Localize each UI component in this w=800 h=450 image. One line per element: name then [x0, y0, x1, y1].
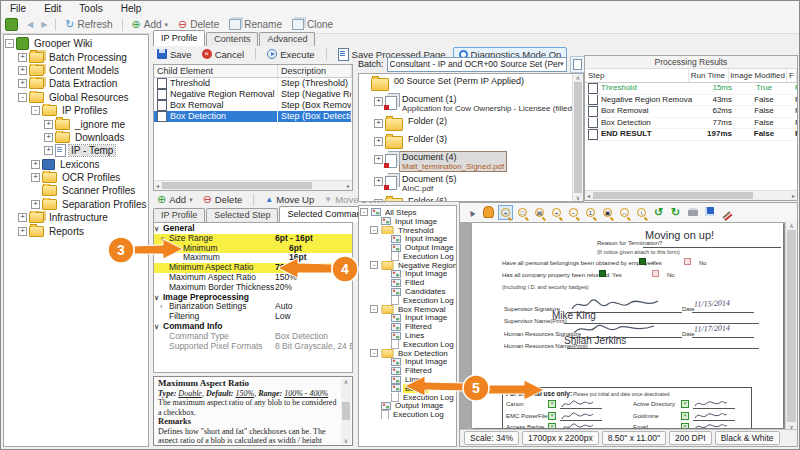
tree-item[interactable]: + _ignore me	[4, 117, 148, 130]
diagnostic-node[interactable]: - Threshold	[359, 226, 456, 235]
tree-item[interactable]: - IP Profiles	[4, 104, 148, 117]
diagnostic-node[interactable]: Input Image	[359, 314, 456, 323]
batch-dropdown[interactable]: Consultant - IP and OCR+00 Source Set (P…	[387, 57, 567, 72]
rename-button[interactable]: Rename	[224, 19, 287, 30]
diagnostic-node[interactable]: Execution Log	[359, 252, 456, 261]
refresh-button[interactable]: ↻Refresh	[60, 18, 117, 31]
clone-button[interactable]: Clone	[287, 19, 338, 30]
expander-icon[interactable]: ∨	[154, 322, 163, 332]
property-value[interactable]: 6pt - 16pt	[275, 234, 352, 244]
property-value[interactable]: 6pt	[289, 244, 352, 254]
property-row[interactable]: Supported Pixel Formats 8 Bit Grayscale,…	[154, 342, 352, 352]
diagnostic-node[interactable]: - Box Removal	[359, 305, 456, 314]
expander-icon[interactable]: ∨	[154, 224, 163, 234]
menu-item[interactable]: Edit	[35, 2, 70, 15]
column-header[interactable]: Description	[278, 65, 352, 77]
diagnostic-node[interactable]: Filled	[359, 278, 456, 287]
tab[interactable]: Selected Step	[206, 208, 278, 222]
navigation-icon[interactable]	[5, 18, 18, 31]
tree-item[interactable]: + Lexicons	[4, 158, 148, 171]
property-value[interactable]: 150%	[275, 273, 352, 283]
tree-item[interactable]: + IP - Temp	[4, 144, 148, 157]
diagnostic-node[interactable]: Lines	[359, 375, 456, 384]
zoom-fit-width-icon[interactable]: ↔	[617, 205, 632, 220]
property-row[interactable]: ∨ Size Range 6pt - 16pt	[154, 234, 352, 244]
forward-icon[interactable]: ▶	[37, 20, 51, 29]
column-header[interactable]: Step	[585, 69, 689, 82]
diagnostic-node[interactable]: - Box Detection	[359, 349, 456, 358]
vertical-scrollbar[interactable]: ∧∨	[572, 74, 583, 201]
help-meta-link[interactable]: 150%	[235, 389, 254, 398]
expander-icon[interactable]: -	[370, 305, 378, 313]
expander-icon[interactable]: -	[370, 349, 378, 357]
property-row[interactable]: Maximum Aspect Ratio 150%	[154, 273, 352, 283]
zoom-out-icon[interactable]: −	[566, 205, 581, 220]
expander-icon[interactable]: +	[44, 120, 53, 129]
batch-tree-item[interactable]: + Document (1) Application for Cow Owner…	[359, 94, 572, 113]
tree-item[interactable]: + Batch Processing	[4, 50, 148, 63]
expander-icon[interactable]: +	[374, 97, 383, 106]
batch-tree-item[interactable]: + Folder (3)	[359, 134, 572, 149]
rotate-left-icon[interactable]: ↺	[651, 205, 666, 220]
diagnostic-node[interactable]: Output Image	[359, 243, 456, 252]
expander-icon[interactable]: -	[370, 226, 378, 234]
property-row[interactable]: Command Type Box Detection	[154, 332, 352, 342]
column-header[interactable]: Image Modified	[729, 69, 787, 82]
magnifier-page-icon[interactable]: ▤	[532, 205, 547, 220]
expander-icon[interactable]: -	[360, 208, 368, 216]
property-row[interactable]: Minimum Aspect Ratio 70%	[154, 263, 352, 273]
result-row[interactable]: Box Removal 62ms False F	[585, 106, 797, 118]
property-row[interactable]: › Binarization Settings Auto	[154, 302, 352, 312]
expander-icon[interactable]: +	[374, 137, 383, 146]
property-value[interactable]: 70%	[275, 263, 352, 273]
property-row[interactable]: Maximum 16pt	[154, 253, 352, 263]
settings-icon[interactable]	[719, 205, 734, 220]
diagnostic-node[interactable]: Input Image	[359, 217, 456, 226]
print-icon[interactable]	[685, 205, 700, 220]
property-row[interactable]: ∨ General	[154, 224, 352, 234]
batch-tree-item[interactable]: + Document (5) AInC.pdf	[359, 174, 572, 193]
Negative Region Removal[interactable]: Negative Region Removal Step (Negative R…	[154, 89, 352, 100]
help-meta-link[interactable]: 100% - 400%	[284, 389, 328, 398]
diagnostic-node[interactable]: Execution Log	[359, 296, 456, 305]
tree-item[interactable]: + OCR Profiles	[4, 171, 148, 184]
tab[interactable]: Advanced	[259, 32, 315, 46]
execute-button[interactable]: Execute	[264, 49, 317, 60]
help-meta-link[interactable]: Double	[178, 389, 202, 398]
expander-icon[interactable]: +	[374, 177, 383, 186]
zoom-select-tool-icon[interactable]: +	[498, 205, 513, 220]
expander-icon[interactable]: ∨	[160, 234, 169, 244]
move-up-button[interactable]: ▲Move Up	[262, 194, 317, 205]
expander-icon[interactable]: +	[18, 213, 27, 222]
tree-item[interactable]: Scanner Profiles	[4, 184, 148, 197]
expander-icon[interactable]: +	[18, 227, 27, 236]
Box Detection[interactable]: Box Detection Step (Box Detection)	[154, 111, 352, 122]
tree-item[interactable]: + Reports	[4, 224, 148, 237]
viewer-canvas[interactable]: Reason for Termination? Moving on up! (I…	[460, 222, 797, 430]
expander-icon[interactable]: +	[31, 173, 40, 182]
vertical-scrollbar[interactable]: ∧∨	[341, 378, 351, 444]
diagnostic-node[interactable]: Input Image	[359, 358, 456, 367]
property-row[interactable]: Filtering Low	[154, 312, 352, 322]
diagnostic-node[interactable]: Output Image	[359, 402, 456, 411]
expander-icon[interactable]: ∨	[154, 293, 163, 303]
diagnostic-node[interactable]: Input Image	[359, 234, 456, 243]
diagnostic-node[interactable]: Filtered	[359, 366, 456, 375]
pan-tool-icon[interactable]	[481, 205, 496, 220]
Box Removal[interactable]: Box Removal Step (Box Removal)	[154, 100, 352, 111]
tree-item[interactable]: + Data Extraction	[4, 77, 148, 90]
zoom-in-icon[interactable]: +	[549, 205, 564, 220]
save-button[interactable]: Save	[154, 49, 195, 60]
delete-step-button[interactable]: ⊖Delete	[200, 193, 246, 206]
expander-icon[interactable]: ›	[160, 302, 169, 312]
diagnostic-node[interactable]: Execution Log	[359, 410, 456, 419]
zoom-actual-icon[interactable]: 1	[583, 205, 598, 220]
tab[interactable]: Contents	[206, 32, 258, 46]
diagnostic-node[interactable]: Candidates	[359, 287, 456, 296]
Threshold[interactable]: Threshold Step (Threshold)	[154, 78, 352, 89]
diagnostic-node[interactable]: - Negative Region Removal	[359, 261, 456, 270]
column-header[interactable]: Run Time	[689, 69, 729, 82]
tree-item[interactable]: + Content Models	[4, 64, 148, 77]
tab[interactable]: IP Profile	[153, 208, 205, 222]
expander-icon[interactable]: +	[374, 199, 383, 202]
